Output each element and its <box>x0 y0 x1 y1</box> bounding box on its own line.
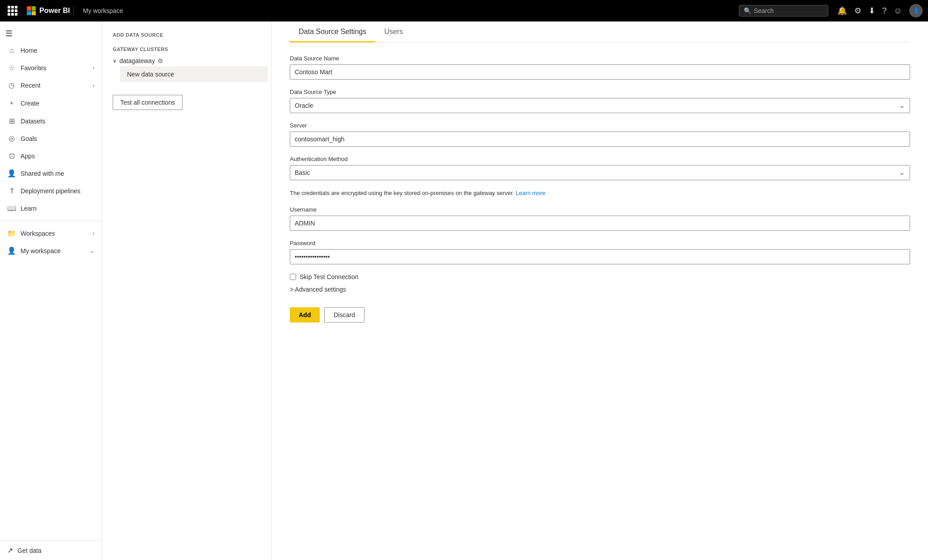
get-data-button[interactable]: ↗ Get data <box>0 540 102 560</box>
credentials-note-text: The credentials are encrypted using the … <box>290 190 514 196</box>
download-icon[interactable]: ⬇ <box>869 6 875 16</box>
create-icon: ＋ <box>7 98 16 108</box>
password-label: Password <box>290 240 910 246</box>
home-icon: ⌂ <box>7 47 16 55</box>
server-label: Server <box>290 122 910 129</box>
auth-method-group: Authentication Method Basic Windows OAut… <box>290 156 910 180</box>
sidebar-item-create[interactable]: ＋ Create <box>0 94 102 112</box>
add-button[interactable]: Add <box>290 307 320 322</box>
server-input[interactable] <box>290 132 910 147</box>
action-row: Add Discard <box>290 307 910 322</box>
sidebar-item-learn[interactable]: 📖 Learn <box>0 199 102 217</box>
content-area: ADD DATA SOURCE GATEWAY CLUSTERS ∨ datag… <box>102 21 928 560</box>
chevron-right-icon: › <box>93 230 94 237</box>
sidebar-item-label: My workspace <box>21 247 85 255</box>
datasource-type-select[interactable]: Oracle SQL Server Analysis Services ODat… <box>290 98 910 113</box>
sidebar-item-myworkspace[interactable]: 👤 My workspace ⌄ <box>0 242 102 259</box>
settings-icon[interactable]: ⚙ <box>854 6 861 16</box>
advanced-settings-label: > Advanced settings <box>290 286 346 293</box>
sidebar-item-label: Goals <box>21 135 94 142</box>
microsoft-logo: Power BI <box>23 6 74 15</box>
datasets-icon: ⊞ <box>7 117 16 125</box>
datasource-name-input[interactable] <box>290 64 910 80</box>
datasource-type-wrapper: Oracle SQL Server Analysis Services ODat… <box>290 98 910 113</box>
datasource-type-group: Data Source Type Oracle SQL Server Analy… <box>290 89 910 113</box>
sidebar-item-label: Workspaces <box>21 230 88 237</box>
add-datasource-title: ADD DATA SOURCE <box>113 32 261 38</box>
advanced-settings-link[interactable]: > Advanced settings <box>290 286 346 293</box>
chevron-right-icon: › <box>93 65 94 71</box>
credentials-note: The credentials are encrypted using the … <box>290 189 910 197</box>
datasource-name-group: Data Source Name <box>290 55 910 80</box>
sidebar-item-label: Create <box>21 100 94 107</box>
sidebar-item-label: Shared with me <box>21 170 94 177</box>
sidebar-item-deployment[interactable]: ⇑ Deployment pipelines <box>0 182 102 199</box>
sidebar-item-goals[interactable]: ◎ Goals <box>0 130 102 147</box>
gateway-settings-icon[interactable]: ⚙ <box>157 57 163 64</box>
chevron-right-icon: › <box>93 82 94 89</box>
get-data-label: Get data <box>17 547 42 554</box>
username-label: Username <box>290 206 910 213</box>
sidebar-item-label: Learn <box>21 205 94 212</box>
recent-icon: ◷ <box>7 81 16 89</box>
waffle-menu-button[interactable] <box>5 4 20 18</box>
sidebar: ☰ ⌂ Home ☆ Favorites › ◷ Recent › ＋ Crea… <box>0 21 102 560</box>
deployment-icon: ⇑ <box>7 187 16 195</box>
server-group: Server <box>290 122 910 147</box>
tab-datasource-settings[interactable]: Data Source Settings <box>290 21 375 42</box>
right-panel: Data Source Settings Users Data Source N… <box>272 21 928 560</box>
learn-icon: 📖 <box>7 204 16 212</box>
feedback-icon[interactable]: ☺ <box>894 6 902 16</box>
gateway-chevron-icon[interactable]: ∨ <box>113 58 117 64</box>
auth-method-wrapper: Basic Windows OAuth2 <box>290 165 910 180</box>
password-input[interactable] <box>290 249 910 264</box>
tab-users[interactable]: Users <box>375 21 412 42</box>
sidebar-item-shared[interactable]: 👤 Shared with me <box>0 165 102 182</box>
sidebar-item-apps[interactable]: ⊡ Apps <box>0 147 102 165</box>
skip-test-checkbox[interactable] <box>290 274 296 280</box>
username-input[interactable] <box>290 216 910 231</box>
topnav-icons: 🔔 ⚙ ⬇ ? ☺ 👤 <box>832 4 923 17</box>
user-avatar[interactable]: 👤 <box>909 4 923 17</box>
sidebar-item-label: Recent <box>21 82 88 89</box>
sidebar-item-favorites[interactable]: ☆ Favorites › <box>0 59 102 76</box>
sidebar-item-label: Deployment pipelines <box>21 187 94 195</box>
sidebar-toggle-button[interactable]: ☰ <box>0 21 102 42</box>
tab-bar: Data Source Settings Users <box>290 21 910 42</box>
datasource-name-label: Data Source Name <box>290 55 910 62</box>
gateway-name-label: datagateway <box>119 57 155 64</box>
main-layout: ☰ ⌂ Home ☆ Favorites › ◷ Recent › ＋ Crea… <box>0 21 928 560</box>
search-icon: 🔍 <box>744 7 751 14</box>
left-panel: ADD DATA SOURCE GATEWAY CLUSTERS ∨ datag… <box>102 21 272 560</box>
favorites-icon: ☆ <box>7 64 16 72</box>
new-datasource-button[interactable]: New data source <box>120 66 268 82</box>
auth-method-select[interactable]: Basic Windows OAuth2 <box>290 165 910 180</box>
sidebar-item-datasets[interactable]: ⊞ Datasets <box>0 112 102 130</box>
top-navigation: Power BI My workspace 🔍 🔔 ⚙ ⬇ ? ☺ 👤 <box>0 0 928 21</box>
help-icon[interactable]: ? <box>882 6 887 16</box>
sidebar-item-label: Datasets <box>21 118 94 125</box>
getdata-icon: ↗ <box>7 546 13 555</box>
notification-icon[interactable]: 🔔 <box>837 6 847 16</box>
sidebar-item-recent[interactable]: ◷ Recent › <box>0 76 102 94</box>
powerbi-label: Power BI <box>39 7 70 15</box>
search-input[interactable] <box>754 7 823 14</box>
auth-method-label: Authentication Method <box>290 156 910 162</box>
sidebar-divider <box>0 221 102 221</box>
sidebar-item-workspaces[interactable]: 📁 Workspaces › <box>0 225 102 242</box>
sidebar-item-home[interactable]: ⌂ Home <box>0 42 102 59</box>
test-all-connections-button[interactable]: Test all connections <box>113 95 182 110</box>
skip-test-row: Skip Test Connection <box>290 273 910 280</box>
learn-more-link[interactable]: Learn more <box>516 190 545 196</box>
search-box[interactable]: 🔍 <box>739 5 828 17</box>
workspace-label: My workspace <box>77 7 123 14</box>
shared-icon: 👤 <box>7 169 16 178</box>
sidebar-item-label: Home <box>21 47 94 54</box>
datasource-type-label: Data Source Type <box>290 89 910 95</box>
workspaces-icon: 📁 <box>7 229 16 238</box>
sidebar-bottom: ↗ Get data <box>0 540 102 560</box>
discard-button[interactable]: Discard <box>324 307 364 322</box>
password-group: Password <box>290 240 910 264</box>
myworkspace-icon: 👤 <box>7 246 16 255</box>
username-group: Username <box>290 206 910 231</box>
